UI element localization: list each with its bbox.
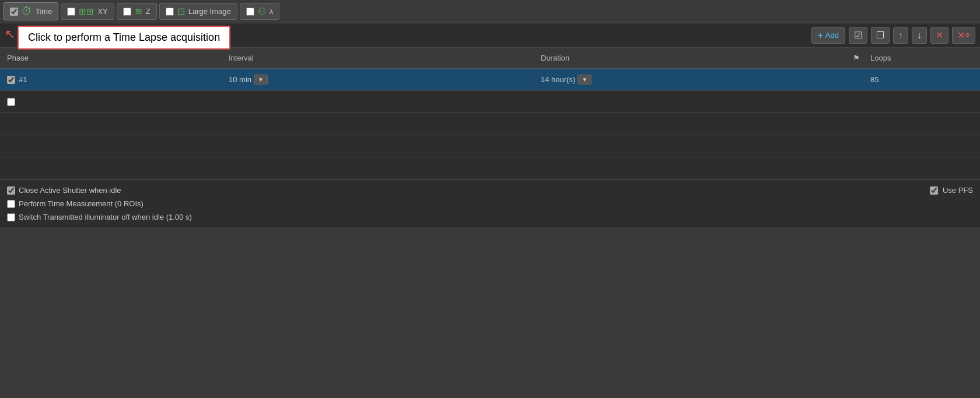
tab-time-label: Time xyxy=(36,7,52,16)
row3-flag-cell xyxy=(846,121,863,128)
row1-loops-value: 85 xyxy=(870,75,878,84)
row1-interval-cell: 10 min ▼ xyxy=(222,71,534,88)
copy-checked-button[interactable]: ☑ xyxy=(849,27,867,44)
tab-xy-checkbox[interactable] xyxy=(67,8,75,16)
options-row-1: Close Active Shutter when idle Use PFS xyxy=(7,186,973,195)
move-down-button[interactable]: ↓ xyxy=(912,27,927,44)
use-pfs-checkbox[interactable] xyxy=(930,186,938,195)
row1-loops-cell: 85 xyxy=(863,72,980,87)
table-container: Phase Interval Duration ⚑ Loops #1 10 mi… xyxy=(0,48,980,179)
move-down-icon: ↓ xyxy=(917,30,922,41)
row1-duration-value: 14 hour(s) xyxy=(541,75,575,84)
tooltip-text: Click to perform a Time Lapse acquisitio… xyxy=(28,31,220,43)
row1-phase-value: #1 xyxy=(19,75,27,84)
delete-all-button[interactable]: ✕ ⚙ xyxy=(952,27,975,44)
add-button[interactable]: + Add xyxy=(811,27,845,44)
row5-phase-cell xyxy=(0,165,222,172)
row2-phase-cell xyxy=(0,94,222,110)
time-measurement-option: Perform Time Measurement (0 ROIs) xyxy=(7,199,144,208)
tab-z-icon: ≋ xyxy=(135,6,142,17)
tab-z-checkbox[interactable] xyxy=(123,8,131,16)
time-measurement-label: Perform Time Measurement (0 ROIs) xyxy=(19,199,144,208)
tab-lambda-label: λ xyxy=(270,7,274,16)
copy-icon: ❐ xyxy=(876,30,884,41)
tab-lambda[interactable]: ⚇ λ xyxy=(240,3,280,20)
tab-time[interactable]: ⏱ Time xyxy=(4,2,58,20)
row3-interval-cell xyxy=(222,121,534,128)
row2-loops-cell xyxy=(863,98,980,105)
flag-header-icon: ⚑ xyxy=(853,54,860,62)
copy-checked-icon: ☑ xyxy=(854,30,862,41)
table-row xyxy=(0,113,980,135)
row1-interval-dropdown[interactable]: ▼ xyxy=(254,75,268,84)
row2-flag-cell xyxy=(846,98,863,105)
toolbar-right: + Add ☑ ❐ ↑ ↓ ✕ ✕ ⚙ xyxy=(811,27,975,44)
row4-duration-cell xyxy=(534,143,846,150)
row4-loops-cell xyxy=(863,143,980,150)
switch-illuminator-option: Switch Transmitted illuminator off when … xyxy=(7,213,192,221)
header-loops: Loops xyxy=(863,51,980,65)
move-up-button[interactable]: ↑ xyxy=(893,27,908,44)
table-header: Phase Interval Duration ⚑ Loops xyxy=(0,48,980,69)
table-row xyxy=(0,91,980,113)
row2-duration-cell xyxy=(534,98,846,105)
toolbar: ↖ Click to perform a Time Lapse acquisit… xyxy=(0,23,980,48)
tab-large-image-checkbox[interactable] xyxy=(166,8,174,16)
header-interval: Interval xyxy=(222,51,534,65)
header-phase: Phase xyxy=(0,51,222,65)
header-duration: Duration xyxy=(534,51,846,65)
tab-xy-label: XY xyxy=(97,7,107,16)
time-measurement-checkbox[interactable] xyxy=(7,200,15,208)
row4-interval-cell xyxy=(222,143,534,150)
row5-duration-cell xyxy=(534,165,846,172)
add-label: Add xyxy=(825,31,839,40)
switch-illuminator-checkbox[interactable] xyxy=(7,213,15,221)
tab-z-label: Z xyxy=(146,7,150,16)
options-row-2: Perform Time Measurement (0 ROIs) xyxy=(7,199,973,208)
row1-flag-cell xyxy=(846,76,863,83)
tab-lambda-icon: ⚇ xyxy=(258,6,266,17)
delete-icon: ✕ xyxy=(936,30,943,41)
table-row: #1 10 min ▼ 14 hour(s) ▼ 85 xyxy=(0,69,980,91)
row1-interval-container: 10 min ▼ xyxy=(229,75,527,84)
row4-phase-cell xyxy=(0,143,222,150)
row5-loops-cell xyxy=(863,165,980,172)
row3-phase-cell xyxy=(0,121,222,128)
main-area: ↖ Click to perform a Time Lapse acquisit… xyxy=(0,23,980,227)
close-shutter-option: Close Active Shutter when idle xyxy=(7,186,121,195)
tab-time-checkbox[interactable] xyxy=(10,8,18,16)
tab-xy-grid-icon: ⊞⊞ xyxy=(79,6,94,17)
table-row xyxy=(0,135,980,157)
tab-z[interactable]: ≋ Z xyxy=(117,3,157,20)
delete-button[interactable]: ✕ xyxy=(930,27,949,44)
plus-icon: + xyxy=(818,30,823,41)
tab-large-image[interactable]: ⊡ Large Image xyxy=(159,3,237,20)
tab-xy[interactable]: ⊞⊞ XY xyxy=(61,3,114,20)
row1-duration-dropdown[interactable]: ▼ xyxy=(578,75,592,84)
close-shutter-checkbox[interactable] xyxy=(7,186,15,195)
move-up-icon: ↑ xyxy=(898,30,903,41)
row1-interval-value: 10 min xyxy=(229,75,251,84)
row1-duration-container: 14 hour(s) ▼ xyxy=(541,75,839,84)
table-row xyxy=(0,157,980,179)
tab-large-image-label: Large Image xyxy=(188,7,231,16)
row5-interval-cell xyxy=(222,165,534,172)
tab-large-image-icon: ⊡ xyxy=(177,6,185,17)
row1-checkbox[interactable] xyxy=(7,76,15,84)
header-flag: ⚑ xyxy=(846,51,863,65)
tab-bar: ⏱ Time ⊞⊞ XY ≋ Z ⊡ Large Image ⚇ λ xyxy=(0,0,980,23)
row4-flag-cell xyxy=(846,143,863,150)
row2-interval-cell xyxy=(222,98,534,105)
switch-illuminator-label: Switch Transmitted illuminator off when … xyxy=(19,213,192,221)
tab-lambda-checkbox[interactable] xyxy=(246,8,254,16)
options-row-3: Switch Transmitted illuminator off when … xyxy=(7,213,973,221)
delete-all-icon: ✕ xyxy=(957,30,965,41)
tab-time-clock-icon: ⏱ xyxy=(22,5,32,17)
bottom-options: Close Active Shutter when idle Use PFS P… xyxy=(0,179,980,227)
row3-duration-cell xyxy=(534,121,846,128)
row3-loops-cell xyxy=(863,121,980,128)
use-pfs-label: Use PFS xyxy=(943,186,973,195)
row2-checkbox[interactable] xyxy=(7,98,15,106)
copy-button[interactable]: ❐ xyxy=(871,27,890,44)
row1-duration-cell: 14 hour(s) ▼ xyxy=(534,71,846,88)
